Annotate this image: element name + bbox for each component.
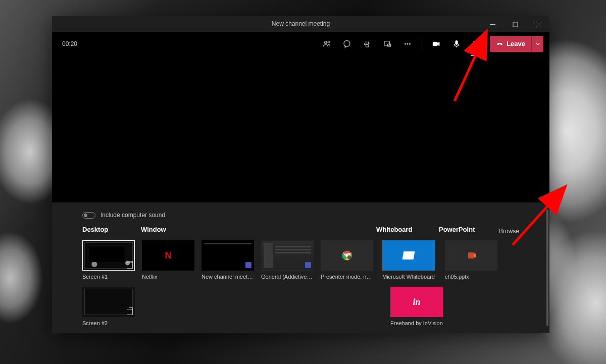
microphone-button[interactable] <box>447 35 466 53</box>
svg-point-1 <box>325 41 327 44</box>
thumb-screen-2 <box>82 287 135 317</box>
thumb-presenter <box>321 240 373 271</box>
thumb-netflix: N <box>142 240 194 271</box>
include-sound-toggle[interactable] <box>82 212 95 219</box>
video-stage <box>52 56 549 202</box>
powerpoint-icon <box>468 252 474 258</box>
tile-label: Netflix <box>142 274 194 280</box>
close-button[interactable] <box>527 16 549 32</box>
call-timer: 00:20 <box>62 40 77 47</box>
tile-powerpoint-file[interactable]: ch05.pptx <box>445 240 497 280</box>
thumb-invision: in <box>390 287 443 317</box>
share-badge-icon <box>127 263 133 269</box>
thumb-ppt <box>445 240 497 271</box>
tile-netflix[interactable]: N Netflix <box>142 240 194 280</box>
browse-link[interactable]: Browse <box>499 228 519 235</box>
window-controls <box>481 16 549 32</box>
tile-label: Freehand by InVision <box>390 320 443 326</box>
share-content-tray: Include computer sound Desktop Window Wh… <box>52 202 549 333</box>
include-sound-label: Include computer sound <box>100 212 165 219</box>
svg-rect-10 <box>456 40 458 44</box>
teams-meeting-window: New channel meeting 00:20 <box>52 16 549 333</box>
teams-icon <box>245 262 251 268</box>
tile-label: Screen #2 <box>82 320 135 326</box>
maximize-button[interactable] <box>504 16 527 32</box>
more-actions-button[interactable] <box>398 35 417 53</box>
tile-screen-2[interactable]: Screen #2 <box>82 287 135 326</box>
tray-scrollbar[interactable] <box>546 210 548 326</box>
tile-label: ch05.pptx <box>445 274 497 280</box>
tile-microsoft-whiteboard[interactable]: Microsoft Whiteboard <box>382 240 435 280</box>
svg-point-6 <box>405 43 406 44</box>
share-badge-icon <box>127 309 133 315</box>
leave-options-button[interactable] <box>531 36 543 52</box>
heading-desktop: Desktop <box>82 226 141 233</box>
share-content-button[interactable] <box>468 35 486 53</box>
call-toolbar: 00:20 Leave <box>52 32 549 56</box>
svg-point-7 <box>407 43 408 44</box>
tile-label: Presenter mode, notes a… <box>321 274 373 280</box>
thumb-whiteboard <box>382 240 435 271</box>
tile-label: General (AddictiveTips - … <box>261 274 314 280</box>
chrome-icon <box>341 250 352 261</box>
svg-point-2 <box>328 41 329 42</box>
heading-whiteboard: Whiteboard <box>376 226 439 233</box>
netflix-logo-icon: N <box>165 250 172 261</box>
thumb-screen-1 <box>82 240 135 271</box>
leave-button[interactable]: Leave <box>490 36 531 52</box>
tile-invision-freehand[interactable]: in Freehand by InVision <box>390 287 443 326</box>
minimize-button[interactable] <box>481 16 504 32</box>
reactions-button[interactable] <box>358 35 376 53</box>
svg-rect-0 <box>513 22 518 27</box>
svg-point-3 <box>344 40 350 46</box>
svg-point-8 <box>409 43 410 44</box>
rooms-button[interactable] <box>378 35 396 53</box>
tile-label: Screen #1 <box>82 274 135 280</box>
share-category-headers: Desktop Window Whiteboard PowerPoint <box>82 226 519 240</box>
chat-button[interactable] <box>338 35 356 53</box>
invision-logo-icon: in <box>413 297 420 307</box>
toolbar-divider <box>422 38 422 49</box>
teams-icon <box>305 262 311 268</box>
tile-label: Microsoft Whiteboard <box>382 274 435 280</box>
thumb-new-channel <box>201 240 254 271</box>
window-titlebar: New channel meeting <box>52 16 549 32</box>
tile-screen-1[interactable]: Screen #1 <box>82 240 135 280</box>
tile-new-channel-meeting[interactable]: New channel meeting | … <box>201 240 254 280</box>
tile-presenter-mode[interactable]: Presenter mode, notes a… <box>321 240 373 280</box>
heading-window: Window <box>141 226 376 233</box>
window-title: New channel meeting <box>272 20 330 27</box>
leave-button-group: Leave <box>490 36 543 52</box>
camera-button[interactable] <box>427 35 445 53</box>
thumb-general <box>261 240 314 271</box>
svg-rect-9 <box>433 42 437 46</box>
leave-label: Leave <box>507 40 525 47</box>
tile-general-channel[interactable]: General (AddictiveTips - … <box>261 240 314 280</box>
share-tiles-row-2: Screen #2 in Freehand by InVision <box>82 287 577 326</box>
svg-rect-4 <box>384 41 390 45</box>
participants-button[interactable] <box>318 35 336 53</box>
tile-label: New channel meeting | … <box>201 274 254 280</box>
share-tiles-row-1: Screen #1 N Netflix New channel meeting … <box>82 240 577 280</box>
svg-point-15 <box>347 255 351 259</box>
whiteboard-icon <box>402 251 415 259</box>
